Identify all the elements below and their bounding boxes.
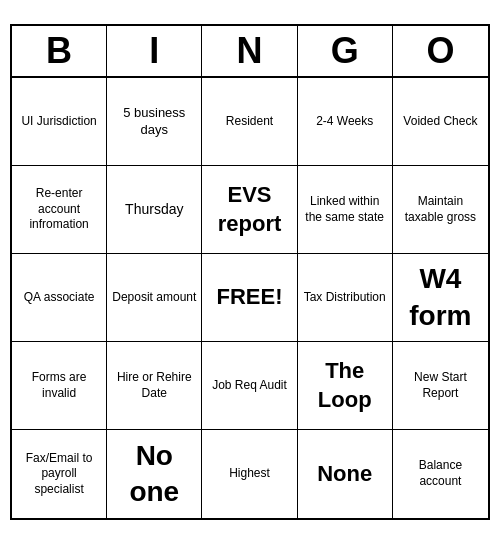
header-letter: G xyxy=(298,26,393,76)
bingo-cell: Resident xyxy=(202,78,297,166)
header-letter: O xyxy=(393,26,488,76)
header-letter: N xyxy=(202,26,297,76)
bingo-cell: UI Jurisdiction xyxy=(12,78,107,166)
bingo-cell: Re-enter account infromation xyxy=(12,166,107,254)
bingo-cell: Linked within the same state xyxy=(298,166,393,254)
bingo-cell: Balance account xyxy=(393,430,488,518)
bingo-cell: Job Req Audit xyxy=(202,342,297,430)
bingo-cell: The Loop xyxy=(298,342,393,430)
bingo-header: BINGO xyxy=(12,26,488,78)
bingo-cell: QA associate xyxy=(12,254,107,342)
header-letter: B xyxy=(12,26,107,76)
bingo-cell: Tax Distribution xyxy=(298,254,393,342)
bingo-cell: Fax/Email to payroll specialist xyxy=(12,430,107,518)
bingo-cell: Highest xyxy=(202,430,297,518)
bingo-cell: Forms are invalid xyxy=(12,342,107,430)
bingo-cell: 5 business days xyxy=(107,78,202,166)
bingo-grid: UI Jurisdiction5 business daysResident2-… xyxy=(12,78,488,518)
bingo-cell: EVS report xyxy=(202,166,297,254)
bingo-cell: No one xyxy=(107,430,202,518)
bingo-cell: New Start Report xyxy=(393,342,488,430)
bingo-cell: FREE! xyxy=(202,254,297,342)
bingo-cell: 2-4 Weeks xyxy=(298,78,393,166)
bingo-cell: Maintain taxable gross xyxy=(393,166,488,254)
bingo-cell: W4 form xyxy=(393,254,488,342)
bingo-card: BINGO UI Jurisdiction5 business daysResi… xyxy=(10,24,490,520)
bingo-cell: Deposit amount xyxy=(107,254,202,342)
bingo-cell: None xyxy=(298,430,393,518)
bingo-cell: Thursday xyxy=(107,166,202,254)
bingo-cell: Voided Check xyxy=(393,78,488,166)
header-letter: I xyxy=(107,26,202,76)
bingo-cell: Hire or Rehire Date xyxy=(107,342,202,430)
